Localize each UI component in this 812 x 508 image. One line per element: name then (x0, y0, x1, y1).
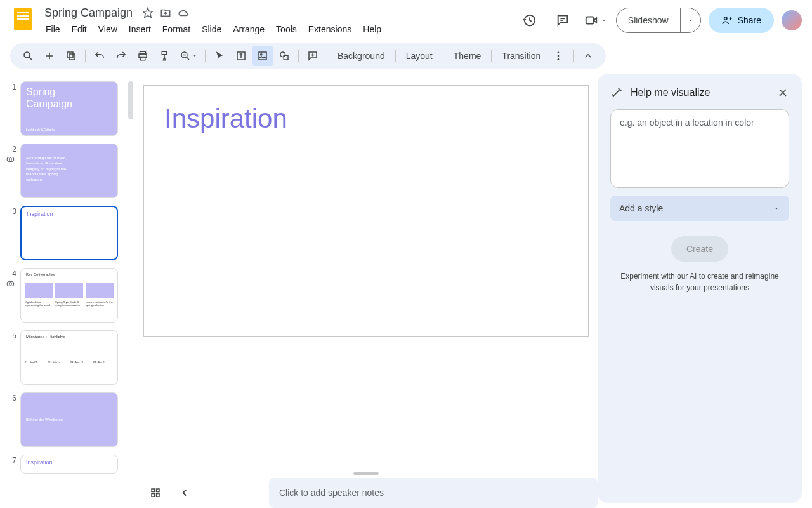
background-button[interactable]: Background (331, 46, 391, 66)
image-tool[interactable] (252, 46, 273, 66)
share-icon (721, 15, 733, 26)
cloud-status-icon[interactable] (177, 6, 190, 19)
share-label: Share (738, 15, 761, 25)
account-avatar[interactable] (782, 10, 802, 30)
zoom-button[interactable] (176, 46, 201, 66)
svg-point-4 (724, 17, 727, 20)
slide-thumb-7[interactable]: Inspiration (20, 455, 118, 474)
menu-format[interactable]: Format (157, 22, 195, 37)
svg-point-22 (280, 52, 285, 57)
slide-thumb-3[interactable]: Inspiration (20, 206, 118, 260)
slideshow-button[interactable]: Slideshow (617, 8, 680, 32)
svg-rect-35 (152, 494, 155, 497)
thumb-title: Inspiration (21, 455, 117, 469)
grid-view-icon[interactable] (150, 487, 161, 498)
sidebar-title: Help me visualize (631, 87, 769, 98)
new-slide-button[interactable] (39, 46, 60, 66)
slide-heading-text[interactable]: Inspiration (164, 104, 287, 134)
svg-point-27 (558, 55, 560, 57)
scrollbar-thumb[interactable] (128, 81, 133, 119)
svg-rect-9 (67, 52, 73, 58)
speaker-notes-input[interactable]: Click to add speaker notes (269, 478, 598, 508)
thumb-body: A campaign full of fresh, fantastical, i… (21, 144, 78, 182)
close-icon[interactable] (776, 86, 789, 99)
menu-tools[interactable]: Tools (271, 22, 302, 37)
slide-number: 3 (8, 206, 20, 216)
paint-format-button[interactable] (154, 46, 174, 66)
slide-thumb-6[interactable]: Behind the Wireframe (20, 392, 118, 447)
menu-slide[interactable]: Slide (197, 22, 226, 37)
animation-icon (6, 279, 16, 290)
redo-button[interactable] (111, 46, 131, 66)
undo-button[interactable] (89, 46, 110, 66)
menu-arrange[interactable]: Arrange (228, 22, 270, 37)
svg-point-5 (24, 52, 30, 58)
more-options-icon[interactable] (548, 46, 568, 66)
textbox-tool[interactable] (231, 46, 251, 66)
add-style-dropdown[interactable]: Add a style (610, 196, 789, 221)
meet-button[interactable] (583, 8, 608, 33)
thumb-title: Key Deliverables (21, 269, 117, 280)
notes-splitter[interactable] (353, 472, 379, 475)
slide-number: 5 (8, 330, 20, 340)
svg-line-16 (187, 57, 189, 60)
slide-number: 6 (8, 392, 20, 403)
collapse-toolbar-icon[interactable] (578, 46, 598, 66)
history-icon[interactable] (517, 8, 542, 33)
slideshow-dropdown[interactable] (680, 8, 700, 32)
theme-button[interactable]: Theme (447, 46, 488, 66)
svg-point-28 (558, 58, 560, 60)
slide-canvas[interactable]: Inspiration (143, 85, 589, 337)
svg-rect-20 (259, 52, 266, 60)
menu-help[interactable]: Help (358, 22, 386, 37)
slide-thumb-2[interactable]: A campaign full of fresh, fantastical, i… (20, 144, 118, 198)
menu-edit[interactable]: Edit (67, 22, 92, 37)
thumb-title: Spring Campaign (21, 82, 117, 114)
search-menus-icon[interactable] (18, 46, 38, 66)
thumb-title: Behind the Wireframe (26, 418, 63, 422)
collapse-filmstrip-icon[interactable] (179, 487, 190, 498)
menu-file[interactable]: File (41, 22, 65, 37)
svg-rect-36 (157, 494, 160, 497)
slide-thumb-5[interactable]: Milestones + Highlights 01 · Jan 0102 · … (20, 330, 118, 385)
toolbar: Background Layout Theme Transition (10, 43, 606, 69)
magic-wand-icon (610, 86, 623, 99)
slides-logo[interactable] (10, 6, 36, 32)
svg-point-21 (261, 54, 262, 55)
slide-thumb-1[interactable]: Spring Campaign Lookbook & Editorial (20, 81, 118, 136)
slide-number: 4 (8, 268, 20, 278)
comments-icon[interactable] (550, 8, 575, 33)
svg-rect-10 (69, 54, 75, 60)
print-button[interactable] (133, 46, 153, 66)
svg-rect-3 (586, 17, 594, 24)
animation-icon (6, 155, 16, 165)
comment-insert-button[interactable] (303, 46, 323, 66)
menu-view[interactable]: View (93, 22, 122, 37)
slide-number: 1 (8, 81, 20, 91)
slide-number: 2 (8, 144, 20, 154)
share-button[interactable]: Share (709, 8, 774, 33)
thumb-subtitle: Lookbook & Editorial (21, 128, 60, 131)
shape-tool[interactable] (274, 46, 294, 66)
move-icon[interactable] (159, 6, 172, 19)
slide-number: 7 (8, 455, 20, 465)
svg-rect-33 (152, 489, 155, 492)
help-me-visualize-panel: Help me visualize e.g. an object in a lo… (598, 74, 802, 503)
svg-marker-0 (143, 8, 153, 18)
doc-title[interactable]: Spring Campaign (41, 5, 136, 21)
select-tool[interactable] (209, 46, 230, 66)
add-style-label: Add a style (619, 203, 663, 213)
filmstrip[interactable]: 1 Spring Campaign Lookbook & Editorial 2… (0, 74, 134, 508)
svg-rect-34 (157, 489, 160, 492)
slide-thumb-4[interactable]: Key Deliverables Digital editorial repre… (20, 268, 118, 323)
layout-button[interactable]: Layout (400, 46, 439, 66)
thumb-title: Inspiration (22, 207, 117, 221)
thumb-title: Milestones + Highlights (21, 331, 117, 342)
star-icon[interactable] (141, 6, 154, 19)
templates-button[interactable] (61, 46, 81, 66)
chevron-down-icon (773, 204, 780, 212)
menu-extensions[interactable]: Extensions (303, 22, 357, 37)
menu-insert[interactable]: Insert (124, 22, 156, 37)
prompt-textarea[interactable]: e.g. an object in a location in color (610, 109, 789, 188)
transition-button[interactable]: Transition (495, 46, 547, 66)
